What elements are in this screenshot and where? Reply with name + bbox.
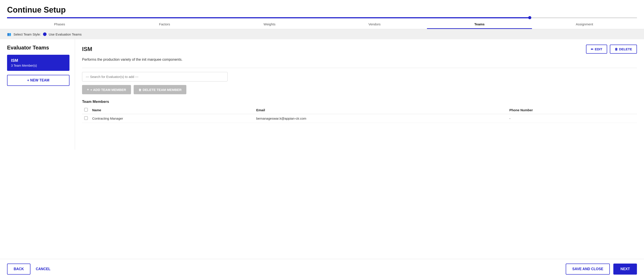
member-email: bemanageswar.k@appian-ctr.com [254, 114, 507, 123]
page-header: Continue Setup [0, 0, 644, 17]
team-item-name: ISM [11, 58, 66, 63]
tab-assignment[interactable]: Assignment [532, 21, 637, 29]
team-style-label: Select Team Style: [14, 33, 41, 36]
pencil-icon [591, 47, 594, 51]
delete-label: DELETE [619, 47, 632, 51]
edit-team-button[interactable]: EDIT [586, 45, 607, 54]
team-detail-header: ISM EDIT DELETE [82, 45, 637, 54]
new-team-button[interactable]: + NEW TEAM [7, 75, 70, 86]
member-name: Contracting Manager [90, 114, 254, 123]
row-checkbox[interactable] [84, 116, 88, 120]
delete-team-member-button[interactable]: DELETE TEAM MEMBER [134, 85, 186, 94]
select-all-checkbox[interactable] [84, 108, 88, 111]
nav-tabs: Phases Factors Weights Vendors Teams Ass… [0, 18, 644, 29]
trash-icon [615, 47, 618, 51]
table-header-checkbox [82, 106, 90, 114]
divider [82, 68, 637, 68]
table-row: Contracting Manager bemanageswar.k@appia… [82, 114, 637, 123]
search-evaluators-input[interactable] [82, 72, 228, 82]
row-checkbox-cell [82, 114, 90, 123]
add-member-label: + ADD TEAM MEMBER [90, 88, 126, 92]
trash-sm-icon [138, 88, 141, 92]
team-style-bar: Select Team Style: Use Evaluation Teams [0, 29, 644, 39]
progress-bar-container [0, 17, 644, 18]
sidebar: Evaluator Teams ISM 3 Team Member(s) + N… [0, 39, 75, 150]
tab-weights[interactable]: Weights [217, 21, 322, 29]
tab-factors[interactable]: Factors [112, 21, 217, 29]
progress-track [7, 17, 637, 18]
sidebar-title: Evaluator Teams [7, 45, 70, 51]
new-team-label: + NEW TEAM [27, 78, 50, 82]
team-item-members: 3 Team Member(s) [11, 64, 66, 67]
action-buttons: + ADD TEAM MEMBER DELETE TEAM MEMBER [82, 85, 637, 94]
sidebar-team-item-ism[interactable]: ISM 3 Team Member(s) [7, 55, 70, 71]
table-header-phone: Phone Number [507, 106, 637, 114]
table-header-row: Name Email Phone Number [82, 106, 637, 114]
team-style-option: Use Evaluation Teams [49, 33, 82, 36]
edit-label: EDIT [595, 47, 602, 51]
people-icon [7, 32, 11, 36]
member-phone: - [507, 114, 637, 123]
delete-member-label: DELETE TEAM MEMBER [143, 88, 182, 92]
team-description: Performs the production variety of the i… [82, 58, 637, 62]
tab-phases[interactable]: Phases [7, 21, 112, 29]
progress-dot [528, 16, 531, 19]
team-name: ISM [82, 46, 92, 53]
delete-team-button[interactable]: DELETE [610, 45, 637, 54]
members-table: Name Email Phone Number Contracting Mana… [82, 106, 637, 123]
tab-vendors[interactable]: Vendors [322, 21, 427, 29]
header-buttons: EDIT DELETE [586, 45, 637, 54]
radio-icon[interactable] [43, 33, 46, 36]
team-detail: ISM EDIT DELETE Performs the production … [75, 39, 644, 150]
table-header-email: Email [254, 106, 507, 114]
team-members-section: Team Members Name Email Phone Number [82, 100, 637, 123]
team-members-title: Team Members [82, 100, 637, 104]
page-title: Continue Setup [7, 5, 637, 15]
table-header-name: Name [90, 106, 254, 114]
main-content: Evaluator Teams ISM 3 Team Member(s) + N… [0, 39, 644, 150]
add-team-member-button[interactable]: + ADD TEAM MEMBER [82, 85, 131, 94]
progress-fill [7, 17, 530, 18]
tab-teams[interactable]: Teams [427, 21, 532, 29]
plus-icon [87, 88, 89, 92]
